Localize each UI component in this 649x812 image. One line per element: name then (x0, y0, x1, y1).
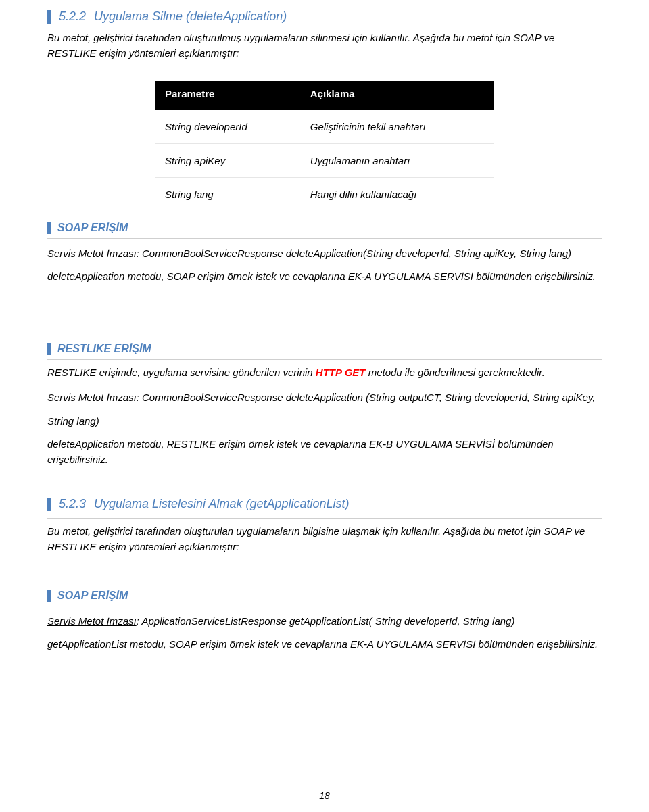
soap-label-text: SOAP ERİŞİM (57, 590, 128, 602)
col-header-description: Açıklama (301, 81, 494, 110)
heading-5-2-3: 5.2.3 Uygulama Listelesini Almak (getApp… (47, 497, 602, 511)
param-cell: String apiKey (155, 144, 301, 178)
soap-signature-2: Servis Metot İmzası: ApplicationServiceL… (47, 612, 602, 630)
document-page: 5.2.2 Uygulama Silme (deleteApplication)… (0, 0, 649, 812)
section-intro-paragraph: Bu metot, geliştirici tarafından oluştur… (47, 524, 602, 554)
soap-section-label: SOAP ERİŞİM (47, 222, 602, 234)
restlike-signature: Servis Metot İmzası: CommonBoolServiceRe… (47, 388, 602, 406)
table-row: String apiKey Uygulamanın anahtarı (155, 144, 494, 178)
col-header-parameter: Parametre (155, 81, 301, 110)
soap-section-label-2: SOAP ERİŞİM (47, 590, 602, 602)
table-row: String lang Hangi dilin kullanılacağı (155, 178, 494, 211)
spacer (47, 475, 602, 493)
section-intro-paragraph: Bu metot, geliştirici tarafından oluştur… (47, 30, 602, 61)
restlike-intro-pre: RESTLIKE erişimde, uygulama servisine gö… (47, 366, 316, 378)
spacer (47, 563, 602, 580)
signature-prefix: Servis Metot İmzası (47, 615, 137, 627)
section-divider (47, 518, 602, 519)
soap-note: deleteApplication metodu, SOAP erişim ör… (47, 269, 602, 285)
signature-prefix: Servis Metot İmzası (47, 391, 137, 403)
heading-title: Uygulama Listelesini Almak (getApplicati… (94, 497, 350, 511)
table-header-row: Parametre Açıklama (155, 81, 494, 110)
soap-signature: Servis Metot İmzası: CommonBoolServiceRe… (47, 244, 602, 262)
http-get-keyword: HTTP GET (316, 366, 366, 378)
section-accent-bar (47, 343, 51, 355)
heading-5-2-2: 5.2.2 Uygulama Silme (deleteApplication) (47, 9, 602, 24)
heading-title: Uygulama Silme (deleteApplication) (94, 9, 287, 24)
section-divider (47, 606, 602, 606)
desc-cell: Hangi dilin kullanılacağı (301, 178, 494, 211)
section-accent-bar (47, 222, 51, 234)
param-cell: String lang (155, 178, 301, 211)
soap-label-text: SOAP ERİŞİM (57, 222, 128, 234)
heading-accent-bar (47, 498, 51, 511)
parameters-table: Parametre Açıklama String developerId Ge… (155, 81, 494, 211)
heading-accent-bar (47, 10, 51, 24)
restlike-signature-line2: String lang) (47, 412, 602, 430)
desc-cell: Uygulamanın anahtarı (301, 144, 494, 178)
param-cell: String developerId (155, 110, 301, 144)
heading-number: 5.2.2 (59, 9, 86, 24)
signature-body-line1: : CommonBoolServiceResponse deleteApplic… (137, 391, 596, 403)
signature-prefix: Servis Metot İmzası (47, 247, 137, 259)
restlike-note: deleteApplication metodu, RESTLIKE erişi… (47, 437, 602, 467)
spacer (47, 293, 602, 333)
page-number: 18 (0, 790, 649, 801)
section-divider (47, 238, 602, 239)
restlike-label-text: RESTLIKE ERİŞİM (57, 343, 151, 355)
restlike-section-label: RESTLIKE ERİŞİM (47, 343, 602, 355)
restlike-intro-post: metodu ile gönderilmesi gerekmektedir. (365, 366, 544, 378)
desc-cell: Geliştiricinin tekil anahtarı (301, 110, 494, 144)
section-divider (47, 359, 602, 360)
heading-number: 5.2.3 (59, 497, 86, 511)
restlike-intro: RESTLIKE erişimde, uygulama servisine gö… (47, 365, 602, 381)
signature-body: : CommonBoolServiceResponse deleteApplic… (137, 247, 571, 259)
soap-note-2: getApplicationList metodu, SOAP erişim ö… (47, 637, 602, 652)
signature-body: : ApplicationServiceListResponse getAppl… (137, 615, 515, 627)
table-row: String developerId Geliştiricinin tekil … (155, 110, 494, 144)
section-accent-bar (47, 590, 51, 602)
